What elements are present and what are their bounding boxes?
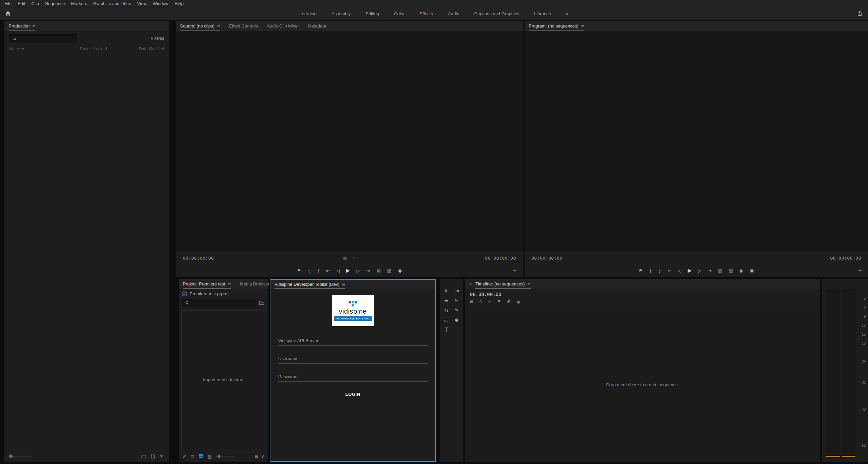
add-marker-icon[interactable]: ⚑ — [639, 268, 643, 273]
menu-edit[interactable]: Edit — [15, 0, 28, 7]
thumbnail-zoom-slider[interactable] — [216, 454, 234, 458]
drag-video-icon[interactable]: ▥ — [343, 256, 347, 260]
go-to-in-icon[interactable]: ⇤ — [668, 268, 671, 273]
slip-tool[interactable]: ⇆ — [441, 306, 451, 314]
workspace-tab-assembly[interactable]: Assembly — [332, 11, 351, 16]
panel-menu-icon[interactable]: ≡ — [527, 282, 531, 286]
tab-vidispine-toolkit[interactable]: Vidispine Developer Toolkit (Dev) ≡ — [274, 280, 345, 289]
linked-selection-icon[interactable]: ∞ — [488, 299, 491, 303]
new-bin-icon[interactable] — [141, 454, 146, 459]
extract-icon[interactable]: ▨ — [729, 268, 733, 273]
production-search-input[interactable] — [19, 36, 74, 41]
export-frame-icon[interactable]: ◉ — [739, 268, 743, 273]
trash-icon[interactable] — [160, 454, 164, 459]
hand-tool[interactable] — [451, 316, 462, 324]
folder-icon[interactable] — [259, 301, 264, 305]
button-editor-add-icon[interactable]: + — [858, 267, 862, 274]
column-project-locked[interactable]: Project Locked — [80, 47, 139, 51]
overwrite-icon[interactable]: ▥ — [387, 268, 391, 273]
icon-view-icon[interactable] — [199, 454, 203, 458]
captions-display-icon[interactable]: ▣ — [517, 299, 520, 303]
timeline-current-timecode[interactable]: 00:00:00:00 — [470, 292, 501, 297]
production-item-list[interactable] — [4, 54, 169, 450]
new-item-icon[interactable] — [151, 454, 155, 459]
freeform-view-icon[interactable]: ▤ — [208, 454, 212, 459]
tab-media-browser[interactable]: Media Browser — [240, 279, 269, 289]
production-searchbox[interactable] — [9, 34, 77, 42]
chevron-down-icon[interactable]: ∨ — [261, 454, 264, 459]
menu-window[interactable]: Window — [150, 0, 172, 7]
timeline-display-settings-icon[interactable] — [507, 299, 511, 303]
project-file-row[interactable]: Premiere test.prproj — [179, 289, 268, 297]
pen-tool[interactable]: ✎ — [451, 306, 462, 314]
menu-markers[interactable]: Markers — [68, 0, 90, 7]
workspace-tab-libraries[interactable]: Libraries — [534, 11, 551, 16]
list-view-icon[interactable]: ≣ — [191, 454, 195, 459]
tab-program[interactable]: Program: (no sequences) ≡ — [529, 21, 584, 31]
project-searchbox[interactable] — [182, 299, 256, 307]
tab-metadata[interactable]: Metadata — [308, 21, 326, 31]
panel-menu-icon[interactable]: ≡ — [228, 282, 231, 286]
razor-tool[interactable]: ✂ — [451, 296, 462, 304]
go-to-in-icon[interactable]: ⇤ — [326, 268, 330, 273]
step-forward-icon[interactable]: ▷ — [698, 268, 702, 273]
menu-sequence[interactable]: Sequence — [42, 0, 68, 7]
close-icon[interactable]: × — [469, 281, 472, 287]
username-input[interactable] — [278, 354, 428, 364]
nest-toggle-icon[interactable]: ⊞ — [470, 299, 473, 303]
insert-icon[interactable]: ▤ — [376, 268, 380, 273]
mark-in-icon[interactable]: { — [307, 268, 310, 273]
lift-icon[interactable]: ▧ — [718, 268, 722, 273]
login-button[interactable]: LOGIN — [345, 392, 360, 397]
step-back-icon[interactable]: ◁ — [336, 268, 340, 273]
selection-tool[interactable] — [441, 286, 451, 295]
panel-menu-icon[interactable]: ≡ — [581, 24, 584, 29]
workspace-tab-effects[interactable]: Effects — [420, 11, 433, 16]
workspace-tab-learning[interactable]: Learning — [299, 11, 317, 16]
panel-menu-icon[interactable]: ≡ — [342, 282, 345, 287]
type-tool[interactable]: T — [441, 326, 451, 334]
workspace-tab-editing[interactable]: Editing — [366, 11, 379, 16]
panel-menu-icon[interactable]: ≡ — [32, 24, 35, 29]
share-icon[interactable] — [857, 11, 863, 16]
import-media-drop-area[interactable]: Import media to start — [181, 310, 265, 449]
go-to-out-icon[interactable]: ⇥ — [366, 268, 370, 273]
tab-production[interactable]: Production ≡ — [8, 21, 35, 31]
zoom-slider-handle[interactable] — [217, 455, 220, 458]
panel-menu-icon[interactable]: ≡ — [217, 24, 220, 29]
tab-project[interactable]: Project: Premiere test ≡ — [183, 279, 231, 289]
comparison-view-icon[interactable]: ▣ — [750, 268, 754, 273]
api-server-input[interactable] — [278, 336, 428, 346]
tab-audio-clip-mixer[interactable]: Audio Clip Mixer — [267, 21, 299, 31]
workspace-overflow-icon[interactable]: » — [566, 11, 569, 16]
tab-effect-controls[interactable]: Effect Controls — [229, 21, 258, 31]
rectangle-tool[interactable]: ▭ — [441, 316, 451, 324]
project-search-input[interactable] — [191, 300, 253, 305]
button-editor-add-icon[interactable]: + — [513, 267, 517, 274]
menu-file[interactable]: File — [1, 0, 15, 7]
play-icon[interactable]: ▶ — [688, 268, 692, 273]
play-icon[interactable]: ▶ — [346, 268, 350, 273]
drag-audio-icon[interactable]: ∿ — [352, 256, 356, 260]
column-name[interactable]: Name ▼ — [9, 47, 80, 51]
export-frame-icon[interactable]: ◉ — [398, 268, 402, 273]
menu-clip[interactable]: Clip — [28, 0, 42, 7]
add-marker-icon[interactable]: ⚑ — [497, 299, 501, 303]
mark-in-icon[interactable]: { — [649, 268, 652, 273]
menu-view[interactable]: View — [134, 0, 150, 7]
timeline-drop-area[interactable]: Drop media here to create sequence. — [465, 308, 820, 462]
column-date-modified[interactable]: Date Modified — [139, 47, 164, 51]
mark-out-icon[interactable]: } — [317, 268, 320, 273]
password-input[interactable] — [278, 372, 428, 382]
project-writable-pencil-icon[interactable] — [182, 454, 187, 459]
add-marker-icon[interactable]: ⚑ — [297, 268, 301, 273]
workspace-tab-captions-and-graphics[interactable]: Captions and Graphics — [474, 11, 519, 16]
workspace-tab-audio[interactable]: Audio — [448, 11, 459, 16]
step-back-icon[interactable]: ◁ — [678, 268, 681, 273]
tab-source[interactable]: Source: (no clips) ≡ — [180, 21, 220, 31]
sort-order-icon[interactable]: ≡ — [255, 454, 259, 459]
production-zoom-slider[interactable] — [9, 454, 32, 458]
menu-help[interactable]: Help — [172, 0, 187, 7]
ripple-edit-tool[interactable]: ⇹ — [441, 296, 451, 304]
workspace-tab-color[interactable]: Color — [394, 11, 405, 16]
